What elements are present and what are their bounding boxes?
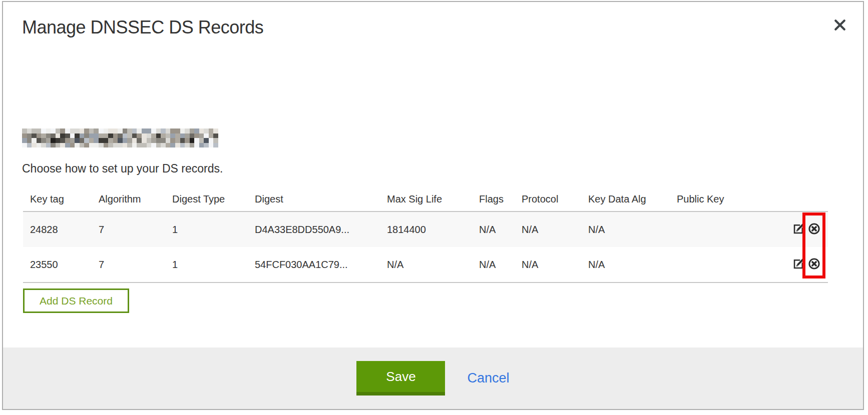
cancel-link[interactable]: Cancel [467,370,509,386]
table-row: 24828 7 1 D4A33E8DD550A9... 1814400 N/A … [23,212,828,247]
cell-public-key [670,247,782,282]
cell-key-data-alg: N/A [581,247,670,282]
cell-key-data-alg: N/A [581,212,670,247]
add-ds-record-button[interactable]: Add DS Record [23,288,129,313]
cell-digest-type: 1 [165,212,248,247]
table-header-row: Key tag Algorithm Digest Type Digest Max… [23,188,828,212]
redacted-domain-name [22,128,218,148]
edit-record-button[interactable] [791,258,805,272]
column-header-actions [782,188,828,212]
cell-max-sig-life: N/A [380,247,472,282]
delete-record-button[interactable] [807,258,821,272]
column-header-max-sig-life: Max Sig Life [380,188,472,212]
cell-key-tag: 23550 [23,247,92,282]
circle-x-delete-icon [807,222,821,237]
page-title: Manage DNSSEC DS Records [22,17,263,38]
cell-protocol: N/A [515,247,581,282]
close-icon [832,18,847,34]
save-button[interactable]: Save [356,361,445,396]
delete-record-button[interactable] [807,222,821,236]
circle-x-delete-icon [807,257,821,272]
cell-algorithm: 7 [92,212,165,247]
screen: Manage DNSSEC DS Records Choose how to s… [0,0,868,415]
cell-key-tag: 24828 [23,212,92,247]
intro-text: Choose how to set up your DS records. [22,162,223,176]
close-button[interactable] [831,17,848,34]
column-header-key-data-alg: Key Data Alg [581,188,670,212]
edit-pencil-icon [792,257,805,272]
edit-pencil-icon [792,222,805,237]
cell-max-sig-life: 1814400 [380,212,472,247]
ds-records-table: Key tag Algorithm Digest Type Digest Max… [23,188,828,283]
edit-record-button[interactable] [791,222,805,236]
cell-flags: N/A [472,212,515,247]
column-header-public-key: Public Key [670,188,782,212]
column-header-protocol: Protocol [515,188,581,212]
cell-protocol: N/A [515,212,581,247]
cell-public-key [670,212,782,247]
column-header-digest-type: Digest Type [165,188,248,212]
cell-digest-type: 1 [165,247,248,282]
cell-flags: N/A [472,247,515,282]
cell-algorithm: 7 [92,247,165,282]
column-header-key-tag: Key tag [23,188,92,212]
column-header-digest: Digest [248,188,380,212]
cell-digest: 54FCF030AA1C79... [248,247,380,282]
cell-digest: D4A33E8DD550A9... [248,212,380,247]
column-header-flags: Flags [472,188,515,212]
column-header-algorithm: Algorithm [92,188,165,212]
dialog-footer: Save Cancel [3,348,863,409]
table-row: 23550 7 1 54FCF030AA1C79... N/A N/A N/A … [23,247,828,282]
manage-dnssec-ds-records-dialog: Manage DNSSEC DS Records Choose how to s… [2,1,864,410]
